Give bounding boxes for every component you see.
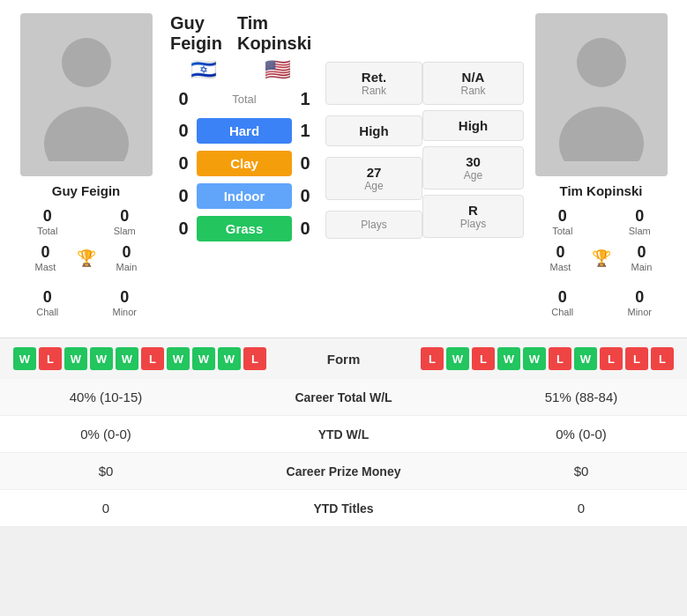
career-stats-label-2: Career Prize Money (194, 464, 493, 479)
left-slam-stat: 0 Slam (86, 207, 164, 236)
left-form-badges: WLWWWLWWWL (13, 347, 266, 370)
left-name-flag: Guy Feigin 🇮🇱 (170, 13, 237, 82)
left-bottom-stats: 0 Chall 0 Minor (9, 288, 163, 324)
right-form-badges: LWLWWLWLLL (421, 347, 674, 370)
right-minor-value: 0 (601, 288, 679, 307)
right-bottom-stats: 0 Chall 0 Minor (524, 288, 678, 324)
career-stats-label-3: YTD Titles (194, 501, 493, 516)
left-main-label: Main (96, 262, 158, 272)
right-minor-label: Minor (601, 307, 679, 317)
left-form-badge-w: W (13, 347, 36, 370)
clay-surface-btn: Clay (197, 151, 292, 176)
career-stats-right-1: 0% (0-0) (493, 427, 669, 442)
right-age-label: Age (434, 169, 512, 182)
center-high-box: High (325, 115, 422, 146)
career-stats-row-0: 40% (10-15)Career Total W/L51% (88-84) (0, 379, 687, 416)
right-form-badge-w: W (497, 347, 520, 370)
right-rank-label: Rank (434, 85, 512, 97)
right-mast-value: 0 (530, 243, 592, 262)
left-player-stats: 0 Total 0 Slam (9, 207, 163, 243)
center-plays-label: Plays (337, 219, 411, 231)
right-main-stat: 0 Main (611, 243, 673, 272)
career-stats-row-3: 0YTD Titles0 (0, 490, 687, 527)
right-main-label: Main (611, 262, 673, 272)
left-hard-score: 0 (170, 121, 197, 141)
left-chall-stat: 0 Chall (9, 288, 86, 317)
right-mast-stat: 0 Mast (530, 243, 592, 272)
indoor-score-row: 0 Indoor 0 (170, 183, 318, 209)
left-chall-label: Chall (9, 307, 86, 317)
left-form-badge-w: W (167, 347, 190, 370)
career-stats-row-2: $0Career Prize Money$0 (0, 453, 687, 490)
center-rank-label: Rank (337, 85, 411, 97)
left-main-value: 0 (96, 243, 158, 262)
left-grass-score: 0 (170, 219, 197, 239)
form-label: Form (327, 352, 361, 367)
form-section: WLWWWLWWWL Form LWLWWLWLLL (0, 338, 687, 379)
right-form-badge-l: L (600, 347, 623, 370)
left-form-badge-l: L (141, 347, 164, 370)
left-slam-value: 0 (86, 207, 164, 226)
left-form-badge-l: L (39, 347, 62, 370)
right-trophy-row: 0 Mast 🏆 0 Main (524, 243, 678, 272)
right-high-value: High (434, 118, 512, 133)
left-total-label: Total (9, 226, 86, 236)
career-stats-right-0: 51% (88-84) (493, 390, 669, 404)
center-high-value: High (337, 123, 411, 138)
center-plays-box: Plays (325, 211, 422, 239)
hard-surface-btn: Hard (197, 118, 292, 144)
total-score-row: 0 Total 1 (170, 89, 318, 109)
right-player-photo (535, 13, 668, 176)
right-chall-value: 0 (524, 288, 601, 307)
left-mast-label: Mast (15, 262, 77, 272)
career-stats-left-0: 40% (10-15) (18, 390, 194, 404)
right-info-panel: N/A Rank High 30 Age R Plays (422, 13, 524, 324)
left-player-name: Guy Feigin (52, 183, 121, 198)
right-form-badge-w: W (446, 347, 469, 370)
career-stats-left-3: 0 (18, 501, 194, 516)
right-main-value: 0 (611, 243, 673, 262)
right-plays-value: R (434, 203, 512, 218)
right-player-name: Tim Kopinski (560, 183, 643, 198)
left-form-badge-w: W (192, 347, 215, 370)
svg-point-3 (559, 107, 644, 161)
career-stats-row-1: 0% (0-0)YTD W/L0% (0-0) (0, 416, 687, 453)
right-form-badge-l: L (625, 347, 648, 370)
left-mast-value: 0 (15, 243, 77, 262)
left-clay-score: 0 (170, 153, 197, 174)
right-minor-stat: 0 Minor (601, 288, 679, 317)
right-plays-box: R Plays (422, 195, 524, 238)
left-minor-label: Minor (86, 307, 164, 317)
main-container: Guy Feigin 0 Total 0 Slam 0 Mast 🏆 0 (0, 0, 687, 527)
left-form-badge-w: W (64, 347, 87, 370)
grass-score-row: 0 Grass 0 (170, 216, 318, 241)
left-total-stat: 0 Total (9, 207, 86, 236)
career-stats-right-3: 0 (493, 501, 669, 516)
left-mast-stat: 0 Mast (15, 243, 77, 272)
left-trophy-icon: 🏆 (77, 249, 96, 268)
right-mast-label: Mast (530, 262, 592, 272)
right-center-name: Tim Kopinski (237, 13, 318, 54)
left-center-name: Guy Feigin (170, 13, 237, 54)
left-form-badge-l: L (243, 347, 266, 370)
hard-score-row: 0 Hard 1 (170, 118, 318, 144)
right-rank-value: N/A (434, 70, 512, 85)
clay-score-row: 0 Clay 0 (170, 151, 318, 176)
right-slam-stat: 0 Slam (601, 207, 679, 236)
right-name-flag: Tim Kopinski 🇺🇸 (237, 13, 318, 82)
right-form-badge-l: L (421, 347, 444, 370)
left-player-photo (20, 13, 153, 176)
right-flag: 🇺🇸 (265, 57, 291, 82)
right-total-label: Total (524, 226, 601, 236)
right-total-value: 0 (524, 207, 601, 226)
left-total-value: 0 (9, 207, 86, 226)
right-slam-label: Slam (601, 226, 679, 236)
center-age-box: 27 Age (325, 157, 422, 200)
left-flag: 🇮🇱 (190, 57, 217, 82)
left-slam-label: Slam (86, 226, 164, 236)
left-trophy-row: 0 Mast 🏆 0 Main (9, 243, 163, 272)
left-chall-value: 0 (9, 288, 86, 307)
right-total-score: 1 (292, 89, 318, 109)
svg-point-1 (44, 107, 129, 161)
right-form-badge-w: W (574, 347, 597, 370)
